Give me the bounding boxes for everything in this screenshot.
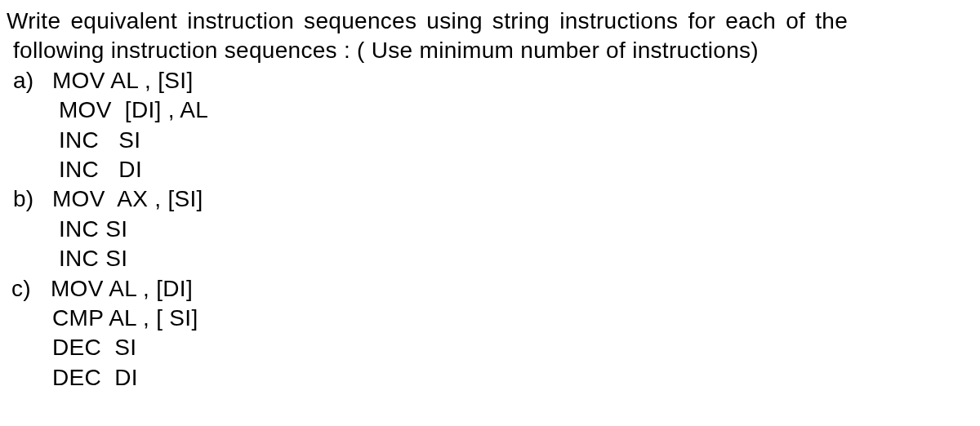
part-c: c) MOV AL , [DI] CMP AL , [ SI] DEC SI D… (7, 274, 980, 393)
code-line: MOV AL , [SI] (52, 66, 193, 95)
part-a-label: a) (13, 66, 52, 95)
part-b-code: MOV AX , [SI] (52, 184, 203, 214)
code-line: DEC DI (52, 363, 980, 393)
part-a-code: MOV AL , [SI] (52, 66, 193, 95)
part-b-label: b) (13, 184, 52, 214)
code-line: CMP AL , [ SI] (52, 304, 980, 333)
code-line: INC SI (59, 126, 980, 155)
part-b: b) MOV AX , [SI] INC SI INC SI (7, 184, 980, 273)
question-line-1: Write equivalent instruction sequences u… (7, 7, 980, 36)
code-line: INC SI (59, 244, 980, 273)
part-c-label: c) (11, 274, 51, 304)
code-line: DEC SI (52, 333, 980, 362)
code-line: INC DI (59, 155, 980, 184)
code-line: INC SI (59, 215, 980, 244)
code-line: MOV [DI] , AL (59, 95, 980, 125)
question-prompt: Write equivalent instruction sequences u… (7, 7, 980, 66)
part-a: a) MOV AL , [SI] MOV [DI] , AL INC SI IN… (7, 66, 980, 185)
question-line-2: following instruction sequences : ( Use … (7, 36, 980, 65)
code-line: MOV AL , [DI] (51, 274, 193, 304)
code-line: MOV AX , [SI] (52, 184, 203, 214)
part-c-code: MOV AL , [DI] (51, 274, 193, 304)
